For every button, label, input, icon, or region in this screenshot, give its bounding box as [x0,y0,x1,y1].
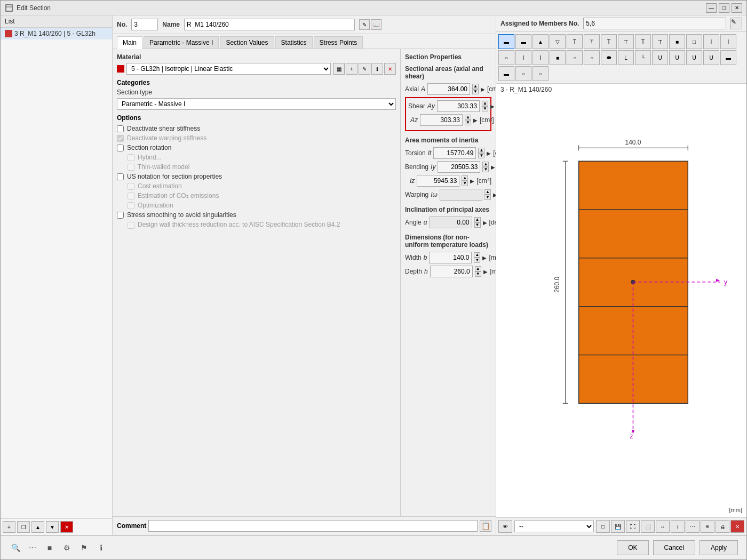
apply-button[interactable]: Apply [700,540,738,555]
shape-btn-17[interactable]: I [533,50,549,65]
shape-btn-29[interactable]: ▬ [498,66,514,81]
view-btn[interactable]: 👁 [498,520,512,533]
torsion-input[interactable] [433,147,476,159]
torsion-arrow[interactable]: ▶ [487,150,491,156]
shear-ay-down[interactable]: ▼ [482,106,488,111]
material-delete-btn[interactable]: ✕ [384,63,396,75]
option-us-notation-checkbox[interactable] [117,173,124,180]
tab-statistics[interactable]: Statistics [275,36,313,49]
shear-ay-arrow[interactable]: ▶ [490,103,495,109]
duplicate-button[interactable]: ❐ [17,521,30,533]
bending-iz-down[interactable]: ▼ [462,181,468,186]
option-optimization-checkbox[interactable] [128,202,134,209]
depth-arrow[interactable]: ▶ [483,269,488,275]
tab-stress-points[interactable]: Stress Points [314,36,363,49]
shape-btn-8[interactable]: ⊤ [618,34,634,49]
material-graph-btn[interactable]: ▦ [333,63,345,75]
maximize-button[interactable]: □ [719,3,729,13]
torsion-up[interactable]: ▲ [478,148,484,153]
comment-input[interactable] [148,520,478,532]
pan-btn[interactable]: ↔ [656,520,670,533]
option-hybrid-checkbox[interactable] [128,154,134,161]
section-type-select[interactable]: Parametric - Massive I [117,98,396,110]
view-frame-btn[interactable]: □ [596,520,610,533]
shape-btn-26[interactable]: U [686,50,702,65]
grid-options-btn[interactable]: ≡ [701,520,714,533]
shape-btn-14[interactable]: I [720,34,736,49]
depth-input[interactable] [430,266,473,277]
shape-btn-6[interactable]: ⊤ [584,34,600,49]
axial-down-spinner[interactable]: ▼ [472,89,479,94]
axial-arrow[interactable]: ▶ [481,86,485,92]
width-down[interactable]: ▼ [474,258,480,263]
cancel-button[interactable]: Cancel [653,540,695,555]
list-item[interactable]: 3 R_M1 140/260 | 5 - GL32h [1,28,112,39]
shear-az-input[interactable] [420,114,463,126]
shape-btn-4[interactable]: ▽ [550,34,566,49]
shear-az-down[interactable]: ▼ [465,120,471,125]
depth-up[interactable]: ▲ [475,266,481,271]
delete-button[interactable]: ✕ [60,521,73,533]
shape-btn-13[interactable]: I [703,34,719,49]
new-button[interactable]: + [3,521,15,533]
bending-iz-up[interactable]: ▲ [462,175,468,181]
shape-btn-16[interactable]: I [515,50,531,65]
tab-section-values[interactable]: Section Values [220,36,274,49]
angle-up[interactable]: ▲ [474,217,481,222]
search-icon[interactable]: 🔍 [9,541,22,554]
settings-btn[interactable]: ✕ [730,520,744,533]
angle-arrow[interactable]: ▶ [483,220,487,226]
material-info-btn[interactable]: ℹ [371,63,383,75]
option-co2-checkbox[interactable] [128,193,134,199]
bending-iy-input[interactable] [438,161,480,173]
option-deactivate-shear-checkbox[interactable] [117,125,124,132]
shape-btn-12[interactable]: □ [686,34,702,49]
shape-btn-21[interactable]: ⬬ [601,50,617,65]
angle-input[interactable] [430,217,472,228]
bending-iz-arrow[interactable]: ▶ [470,178,474,184]
bending-iz-input[interactable] [417,175,459,187]
assigned-input[interactable] [583,18,726,29]
shape-btn-5[interactable]: T [567,34,583,49]
option-thin-walled-checkbox[interactable] [128,164,134,171]
comment-button[interactable]: 📋 [480,520,491,532]
shape-btn-31[interactable]: ○ [533,66,549,81]
move-up-button[interactable]: ▲ [31,521,44,533]
zoom-selection-btn[interactable]: ⬜ [641,520,655,533]
depth-down[interactable]: ▼ [475,271,481,277]
shape-btn-19[interactable]: ○ [567,50,583,65]
shape-btn-10[interactable]: ⊤ [652,34,668,49]
shape-btn-7[interactable]: T [601,34,617,49]
box-icon[interactable]: ■ [43,541,56,554]
width-arrow[interactable]: ▶ [482,255,487,261]
shape-btn-23[interactable]: └ [635,50,651,65]
shape-btn-3[interactable]: ▲ [533,34,549,49]
warping-up[interactable]: ▲ [484,189,491,195]
ok-button[interactable]: OK [617,540,648,555]
pan-v-btn[interactable]: ↕ [671,520,685,533]
bending-iy-arrow[interactable]: ▶ [491,164,495,170]
axial-input[interactable] [427,83,470,95]
angle-down[interactable]: ▼ [474,222,481,228]
move-down-button[interactable]: ▼ [46,521,59,533]
warping-input[interactable] [440,189,482,201]
material-select[interactable]: 5 - GL32h | Isotropic | Linear Elastic [126,63,331,75]
tab-parametric-massive[interactable]: Parametric - Massive I [144,36,219,49]
option-section-rotation-checkbox[interactable] [117,145,124,151]
option-design-wall-checkbox[interactable] [128,222,134,229]
material-add-btn[interactable]: + [346,63,357,75]
assigned-edit-btn[interactable]: ✎ [730,18,742,29]
axial-up-spinner[interactable]: ▲ [472,84,479,89]
shear-az-up[interactable]: ▲ [465,115,471,120]
edit-name-icon[interactable]: ✎ [359,19,370,30]
width-up[interactable]: ▲ [474,252,480,258]
shear-ay-up[interactable]: ▲ [482,101,488,106]
material-edit-btn[interactable]: ✎ [359,63,370,75]
shape-btn-30[interactable]: ○ [515,66,531,81]
tab-main[interactable]: Main [117,36,142,49]
print-btn[interactable]: 🖨 [716,520,729,533]
save-view-btn[interactable]: 💾 [611,520,625,533]
bending-iy-up[interactable]: ▲ [482,162,489,167]
shape-rect-btn[interactable]: ▬ [498,34,514,49]
zoom-btn[interactable]: ⛶ [626,520,640,533]
